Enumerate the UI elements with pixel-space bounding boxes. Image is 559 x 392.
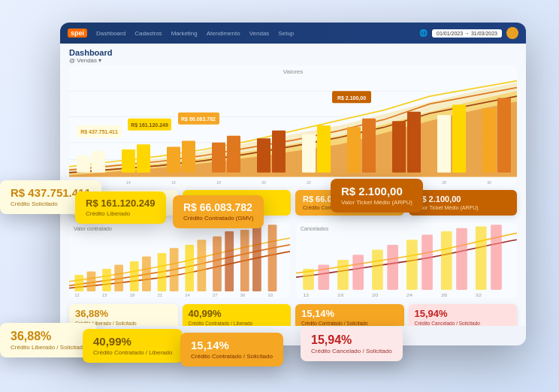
svg-text:18: 18 [130,294,135,297]
float-value-3: R$ 66.083.782 [183,201,253,214]
svg-rect-14 [302,134,316,172]
svg-text:20: 20 [372,294,379,297]
nav-cadastros[interactable]: Cadastros [134,30,162,37]
svg-rect-66 [318,265,329,290]
svg-rect-18 [392,121,406,173]
svg-rect-42 [74,275,83,291]
svg-rect-8 [167,147,180,173]
float-pct-label-2: Crédito Contratado / Liberado [93,348,172,357]
bottom-chart-left: Valor contratado [69,223,290,298]
nav-atendimento[interactable]: Atendimento [207,30,240,37]
dash-header: Dashboard @ Vendas ▾ [60,44,526,65]
nav-marketing[interactable]: Marketing [171,30,198,37]
svg-text:28: 28 [441,294,448,297]
svg-text:24: 24 [406,294,413,297]
metric-label-4: Valor Ticket Médio (ARPU) [416,204,510,211]
svg-rect-21 [452,105,466,173]
pct-card-4: 15,94% Crédito Cancelado / Solicitado [409,304,518,326]
pct-label-2: Crédito Contratado / Liberado [189,320,286,326]
top-bar: spei Dashboard Cadastros Marketing Atend… [60,23,526,44]
chart-label-cancelados: Cancelados [301,226,328,231]
metric-card-4: R$ 2.100,00 Valor Ticket Médio (ARPU) [409,190,518,216]
svg-rect-73 [441,231,452,290]
svg-text:R$ 161.120.249: R$ 161.120.249 [131,122,168,129]
svg-rect-16 [347,127,361,173]
nav-vendas[interactable]: Vendas [249,30,270,37]
svg-rect-13 [272,131,286,173]
float-pct-label-4: Crédito Cancelado / Solicitado [311,347,392,355]
svg-rect-72 [422,235,433,290]
svg-text:20: 20 [261,179,266,184]
line-chart: 12 14 16 18 20 22 24 26 28 30 R$ 437.751… [69,65,517,185]
float-pct-card-4: 15,94% Crédito Cancelado / Solicitado [301,327,403,361]
pct-card-3: 15,14% Crédito Contratado / Solicitado [295,304,404,326]
svg-text:12: 12 [303,294,310,297]
svg-rect-12 [257,138,270,173]
main-content: Dashboard @ Vendas ▾ Valores [60,44,526,326]
dashboard-window: spei Dashboard Cadastros Marketing Atend… [60,23,526,345]
svg-text:14: 14 [126,179,131,184]
svg-rect-55 [252,227,261,292]
svg-rect-65 [303,269,314,290]
svg-rect-22 [482,108,496,173]
svg-text:33: 33 [268,294,273,297]
svg-rect-4 [77,155,90,173]
svg-text:24: 24 [185,294,190,297]
float-pct-card-3: 15,14% Crédito Contratado / Solicitado [180,333,283,366]
svg-rect-50 [185,245,194,291]
svg-rect-54 [240,230,249,291]
svg-rect-49 [170,249,179,292]
app-logo: spei [68,29,87,38]
svg-rect-9 [182,141,195,173]
svg-text:32: 32 [476,294,482,297]
pct-card-2: 40,99% Crédito Contratado / Liberado [183,304,292,326]
chart-label-contratado: Valor contratado [74,226,112,231]
svg-rect-52 [213,237,222,291]
svg-rect-75 [476,227,487,290]
svg-rect-6 [122,149,135,173]
bottom-line-chart-left: 12 15 18 21 24 27 30 33 [69,223,290,298]
nav-setup[interactable]: Setup [278,30,294,37]
bottom-chart-right: Cancelados 12 16 [296,223,517,298]
page-title: Dashboard [69,48,112,57]
float-pct-value-2: 40,99% [93,335,172,348]
svg-rect-76 [491,225,502,291]
date-range[interactable]: 01/01/2023 → 31/03/2023 [432,29,502,38]
svg-rect-53 [225,231,234,291]
svg-text:30: 30 [487,179,491,184]
svg-text:18: 18 [216,179,221,184]
float-pct-card-2: 40,99% Crédito Contratado / Liberado [83,329,183,363]
svg-rect-56 [268,225,277,292]
float-pct-value-3: 15,14% [191,339,273,352]
float-metric-card-4: R$ 2.100,00 Valor Ticket Médio (ARPU) [331,179,423,213]
svg-rect-46 [130,261,139,291]
svg-rect-47 [142,257,151,292]
svg-text:28: 28 [442,179,446,184]
svg-text:R$ 66.083.782: R$ 66.083.782 [181,116,216,123]
float-label-4: Valor Ticket Médio (ARPU) [341,198,412,207]
globe-icon: 🌐 [419,29,428,37]
metric-value-4: R$ 2.100,00 [416,194,510,204]
avatar[interactable] [506,27,518,39]
svg-rect-7 [137,144,150,173]
main-chart-area: Valores [69,65,517,185]
svg-rect-43 [87,272,96,292]
svg-rect-11 [227,136,240,173]
svg-rect-19 [407,112,421,173]
float-label-2: Crédito Liberado [86,210,156,218]
svg-rect-51 [198,240,207,292]
float-pct-value-1: 36,88% [11,329,86,343]
svg-rect-74 [456,228,467,290]
nav-dashboard[interactable]: Dashboard [96,30,125,37]
svg-text:16: 16 [337,294,344,297]
svg-rect-68 [352,255,364,291]
svg-text:21: 21 [158,294,163,297]
bottom-line-chart-right: 12 16 20 24 28 32 [296,223,517,298]
svg-rect-44 [102,269,111,291]
svg-text:16: 16 [171,179,176,184]
float-value-2: R$ 161.120.249 [86,198,156,210]
svg-rect-5 [92,151,105,173]
chart-label-valores: Valores [283,68,304,75]
float-value-4: R$ 2.100,00 [341,185,412,198]
svg-rect-48 [158,253,167,291]
